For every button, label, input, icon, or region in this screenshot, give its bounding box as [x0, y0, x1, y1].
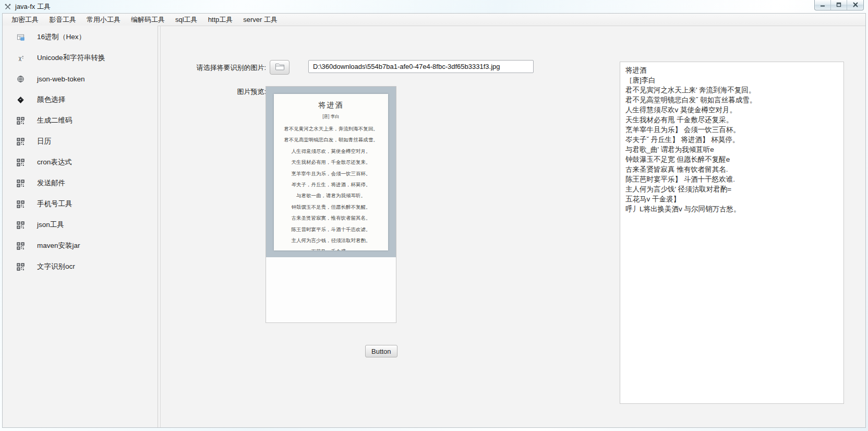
- poem-line: 与君歌一曲，请君为我倾耳听。: [274, 190, 388, 201]
- qr-icon: [15, 138, 26, 146]
- poem-line: 烹羊宰牛且为乐，会须一饮三百杯。: [274, 168, 388, 179]
- sidebar-item[interactable]: 日历: [3, 131, 158, 152]
- menu-item[interactable]: 常用小工具: [81, 14, 126, 26]
- ocr-result-line: 岑夫子ˇ 丹丘生】 将进酒】 杯莫停。: [625, 135, 838, 145]
- menu-item[interactable]: sql工具: [170, 14, 203, 26]
- hex-icon: [15, 33, 26, 41]
- window-title: java-fx 工具: [15, 2, 51, 11]
- sidebar-item[interactable]: 生成二维码: [3, 110, 158, 131]
- sidebar-item-label: 文字识别ocr: [37, 262, 75, 271]
- poem-line: 君不见高堂明镜悲白发，朝如青丝暮成雪。: [274, 134, 388, 145]
- sidebar-item[interactable]: 发送邮件: [3, 173, 158, 194]
- ocr-result-line: 陈王芭时宴平乐】 斗酒十干怒欢谁.: [625, 174, 838, 184]
- image-preview-pane: 将进酒 [唐] 李白 君不见黄河之水天上来，奔流到海不复回。 君不见高堂明镜悲白…: [266, 86, 396, 323]
- main-content: 请选择将要识别的图片: 图片预览: 将进酒 [唐] 李白 君不见黄河之水天上来，…: [160, 26, 865, 427]
- sidebar-item[interactable]: 文字识别ocr: [3, 256, 158, 277]
- ocr-result-line: 五花马v 干金裘】: [625, 194, 838, 204]
- sidebar-item[interactable]: maven安装jar: [3, 235, 158, 256]
- ocr-result-line: 君不见寅河之水天上来' 奔流到海不复回。: [625, 85, 838, 95]
- menu-item[interactable]: 影音工具: [44, 14, 81, 26]
- browse-button[interactable]: [270, 60, 290, 75]
- poem-line: 古来圣贤皆寂寞，惟有饮者留其名。: [274, 212, 388, 223]
- qr-icon: [15, 263, 26, 271]
- sidebar-item[interactable]: cron表达式: [3, 152, 158, 173]
- maximize-button[interactable]: [831, 0, 847, 10]
- tools-icon: [4, 3, 11, 10]
- poem-line: 人生得意须尽欢，莫使金樽空对月。: [274, 146, 388, 157]
- sidebar-item-label: 16进制（Hex）: [37, 32, 86, 42]
- close-icon: [852, 1, 859, 9]
- qr-icon: [15, 117, 26, 125]
- sidebar-item-label: json工具: [37, 220, 64, 230]
- menu-item[interactable]: server 工具: [238, 14, 283, 26]
- title-bar: java-fx 工具: [0, 0, 868, 13]
- ocr-result-line: 呼丿L将出换美酒v 与尔同销万古愁。: [625, 204, 838, 214]
- qr-icon: [15, 221, 26, 229]
- qr-icon: [15, 179, 26, 187]
- sidebar-item[interactable]: 16进制（Hex）: [3, 27, 158, 47]
- folder-icon: [275, 63, 285, 72]
- run-ocr-button[interactable]: Button: [365, 345, 397, 357]
- qr-icon: [15, 200, 26, 208]
- ocr-result-line: 烹羊宰牛且为乐】 会须一饮三百杯。: [625, 125, 838, 135]
- ocr-result-line: 君不见高堂明镜悲白发ˇ 朝如言丝暮成雪。: [625, 95, 838, 105]
- menu-item[interactable]: 编解码工具: [126, 14, 170, 26]
- sidebar-item[interactable]: json工具: [3, 214, 158, 235]
- ocr-result-textarea[interactable]: 将进酒 ［唐]李白 君不见寅河之水天上来' 奔流到海不复回。 君不见高堂明镜悲白…: [620, 62, 844, 404]
- desktop: { "window": { "title": "java-fx 工具", "ap…: [0, 0, 868, 431]
- sidebar-item-label: 日历: [37, 137, 51, 146]
- sidebar-item-label: 生成二维码: [37, 116, 73, 125]
- menu-item[interactable]: http工具: [203, 14, 238, 26]
- poem-page: 将进酒 [唐] 李白 君不见黄河之水天上来，奔流到海不复回。 君不见高堂明镜悲白…: [274, 94, 388, 250]
- sidebar-item-label: Unicode和字符串转换: [37, 53, 105, 63]
- maximize-icon: [836, 1, 842, 9]
- poem-author: [唐] 李白: [274, 114, 388, 120]
- sidebar-item[interactable]: json-web-token: [3, 68, 158, 89]
- svg-text:χ: χ: [18, 55, 21, 61]
- ocr-result-line: 与君歌_曲' 谓君为我倾苴听e: [625, 145, 838, 154]
- globe-icon: [15, 75, 26, 83]
- minimize-button[interactable]: [815, 0, 831, 10]
- sidebar-item[interactable]: 颜色选择: [3, 89, 158, 110]
- preview-label: 图片预览:: [161, 87, 266, 97]
- preview-image: 将进酒 [唐] 李白 君不见黄河之水天上来，奔流到海不复回。 君不见高堂明镜悲白…: [266, 87, 396, 257]
- poem-line: 天生我材必有用，千金散尽还复来。: [274, 157, 388, 167]
- sidebar: 16进制（Hex） χ Unicode和字符串转换 json-web-token…: [3, 26, 158, 427]
- poem-line: 陈王昔时宴平乐，斗酒十千恣欢谑。: [274, 224, 388, 235]
- sidebar-item-label: cron表达式: [37, 158, 72, 167]
- poem-lines: 君不见黄河之水天上来，奔流到海不复回。 君不见高堂明镜悲白发，朝如青丝暮成雪。 …: [274, 123, 388, 250]
- sidebar-item[interactable]: 手机号工具: [3, 194, 158, 214]
- ocr-result-line: 主人何为言少饯' 径须沽取对君酌=: [625, 184, 838, 194]
- ocr-result-line: 人生得慧须尽欢v 莫使金樽空对月。: [625, 105, 838, 115]
- menu-item[interactable]: 加密工具: [6, 14, 44, 26]
- qr-icon: [15, 159, 26, 166]
- sidebar-item[interactable]: χ Unicode和字符串转换: [3, 47, 158, 68]
- ocr-result-line: 古来圣贤皆寂真 惟有饮者留其名.: [625, 164, 838, 174]
- file-select-label: 请选择将要识别的图片:: [161, 63, 266, 73]
- sidebar-item-label: maven安装jar: [37, 241, 80, 250]
- poem-title: 将进酒: [274, 101, 388, 110]
- menu-bar: 加密工具 影音工具 常用小工具 编解码工具 sql工具 http工具 serve…: [3, 14, 865, 26]
- poem-line: 君不见黄河之水天上来，奔流到海不复回。: [274, 123, 388, 134]
- ocr-result-line: 将进酒: [625, 65, 838, 75]
- ocr-result-line: 天生我材必有甩 千金敷尽还复采。: [625, 115, 838, 125]
- poem-line: 五花马，千金裘，: [274, 246, 388, 250]
- window-controls: [814, 0, 864, 10]
- qr-icon: [15, 242, 26, 250]
- app-window: 加密工具 影音工具 常用小工具 编解码工具 sql工具 http工具 serve…: [2, 13, 866, 428]
- color-picker-icon: [15, 96, 26, 104]
- minimize-icon: [819, 1, 826, 9]
- sidebar-item-label: 颜色选择: [37, 95, 65, 104]
- poem-line: 钟鼓馔玉不足贵，但愿长醉不复醒。: [274, 201, 388, 212]
- sidebar-item-label: 发送邮件: [37, 178, 65, 188]
- poem-line: 岑夫子，丹丘生，将进酒，杯莫停。: [274, 179, 388, 190]
- image-path-input[interactable]: [308, 60, 534, 73]
- sidebar-item-label: 手机号工具: [37, 199, 73, 209]
- poem-line: 主人何为言少钱，径须沽取对君酌。: [274, 235, 388, 246]
- close-button[interactable]: [847, 0, 863, 10]
- unicode-icon: χ: [15, 54, 26, 62]
- sidebar-item-label: json-web-token: [37, 75, 85, 83]
- ocr-result-line: 钟鼓瀑玉不足宽 但愿长醉不复醒e: [625, 154, 838, 164]
- ocr-result-line: ［唐]李白: [625, 75, 838, 85]
